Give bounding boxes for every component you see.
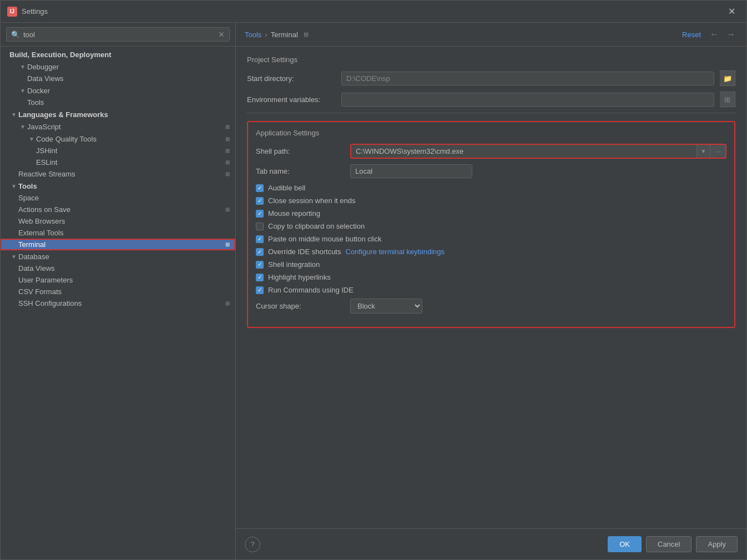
cursor-shape-label: Cursor shape: — [256, 302, 345, 310]
sidebar-item-label: ESLint — [36, 158, 223, 167]
sidebar-item-space[interactable]: Space — [1, 192, 235, 204]
run-commands-row: Run Commands using IDE — [256, 286, 726, 294]
mouse-reporting-checkbox[interactable] — [256, 210, 264, 218]
shell-path-row: Shell path: ▼ ··· — [256, 144, 726, 159]
sidebar-item-tools-docker[interactable]: Tools — [1, 97, 235, 108]
shell-path-label: Shell path: — [256, 147, 345, 155]
highlight-hyperlinks-row: Highlight hyperlinks — [256, 273, 726, 281]
shell-path-dropdown-button[interactable]: ▼ — [696, 145, 710, 158]
sidebar-item-docker[interactable]: ▼ Docker — [1, 84, 235, 97]
override-ide-checkbox[interactable] — [256, 248, 264, 256]
paste-middle-label: Paste on middle mouse button click — [268, 235, 382, 243]
arrow-icon: ▼ — [9, 252, 18, 261]
reset-button[interactable]: Reset — [679, 29, 704, 40]
run-commands-checkbox[interactable] — [256, 286, 264, 294]
arrow-icon: ▼ — [27, 134, 36, 143]
sidebar-item-lang-frameworks[interactable]: ▼ Languages & Frameworks — [1, 108, 235, 120]
audible-bell-label: Audible bell — [268, 184, 305, 192]
sidebar-item-data-views[interactable]: Data Views — [1, 73, 235, 84]
panel-header: Tools › Terminal ⊞ Reset ← → — [236, 23, 746, 47]
doc-icon: ⊞ — [225, 171, 230, 177]
cursor-shape-select[interactable]: Block Underline Vertical bar — [350, 299, 422, 314]
sidebar-item-csv-formats[interactable]: CSV Formats — [1, 286, 235, 297]
sidebar-item-label: Data Views — [27, 74, 230, 83]
help-button[interactable]: ? — [245, 537, 260, 552]
app-icon: IJ — [7, 7, 17, 17]
sidebar-item-ssh-configurations[interactable]: SSH Configurations ⊞ — [1, 297, 235, 309]
clear-search-button[interactable]: ✕ — [218, 30, 225, 39]
sidebar-item-label: User Parameters — [18, 276, 230, 284]
shell-integration-row: Shell integration — [256, 260, 726, 269]
ok-button[interactable]: OK — [608, 536, 642, 552]
mouse-reporting-row: Mouse reporting — [256, 209, 726, 218]
search-input[interactable] — [23, 31, 215, 39]
paste-middle-checkbox[interactable] — [256, 235, 264, 243]
sidebar-item-label: Database — [18, 253, 230, 261]
sidebar-item-terminal[interactable]: Terminal ⊞ — [1, 239, 235, 250]
run-commands-label: Run Commands using IDE — [268, 286, 354, 294]
env-variables-input[interactable] — [341, 93, 714, 107]
sidebar-item-label: External Tools — [18, 229, 230, 237]
sidebar-item-data-views-db[interactable]: Data Views — [1, 263, 235, 274]
right-panel: Tools › Terminal ⊞ Reset ← → Project Set… — [236, 23, 746, 559]
sidebar-item-database[interactable]: ▼ Database — [1, 250, 235, 263]
sidebar-item-tools[interactable]: ▼ Tools — [1, 180, 235, 192]
copy-clipboard-checkbox[interactable] — [256, 223, 264, 230]
sidebar-item-javascript[interactable]: ▼ JavaScript ⊞ — [1, 120, 235, 133]
arrow-icon: ▼ — [9, 110, 18, 119]
sidebar-item-actions-on-save[interactable]: Actions on Save ⊞ — [1, 204, 235, 215]
env-variables-label: Environment variables: — [247, 95, 336, 104]
sidebar-item-label: Space — [18, 194, 230, 202]
shell-path-wrapper: ▼ ··· — [350, 144, 726, 159]
application-settings-section: Application Settings Shell path: ▼ ··· T… — [247, 121, 735, 328]
nav-back-button[interactable]: ← — [708, 28, 721, 41]
doc-icon: ⊞ — [225, 124, 230, 130]
shell-integration-label: Shell integration — [268, 260, 320, 269]
close-button[interactable]: ✕ — [724, 4, 740, 19]
sidebar-tree: Build, Execution, Deployment ▼ Debugger … — [1, 47, 235, 559]
sidebar-item-label: Tools — [27, 98, 230, 107]
shell-integration-checkbox[interactable] — [256, 261, 264, 269]
shell-path-browse-button[interactable]: ··· — [710, 145, 725, 158]
doc-icon: ⊞ — [225, 206, 230, 213]
cancel-button[interactable]: Cancel — [646, 536, 692, 552]
audible-bell-checkbox[interactable] — [256, 184, 264, 192]
close-session-checkbox[interactable] — [256, 197, 264, 205]
bottom-bar: ? OK Cancel Apply — [236, 528, 746, 559]
sidebar-item-jshint[interactable]: JSHint ⊞ — [1, 145, 235, 157]
mouse-reporting-label: Mouse reporting — [268, 209, 320, 218]
override-ide-row: Override IDE shortcuts Configure termina… — [256, 248, 726, 256]
cursor-shape-wrapper: Block Underline Vertical bar — [350, 299, 422, 314]
arrow-icon: ▼ — [18, 62, 27, 71]
highlight-hyperlinks-checkbox[interactable] — [256, 274, 264, 281]
sidebar-item-label: SSH Configurations — [18, 299, 223, 307]
start-directory-label: Start directory: — [247, 74, 336, 83]
sidebar-item-external-tools[interactable]: External Tools — [1, 227, 235, 239]
project-settings-title: Project Settings — [247, 56, 735, 64]
sidebar-item-label: Docker — [27, 87, 230, 95]
nav-forward-button[interactable]: → — [724, 28, 738, 41]
sidebar-item-reactive-streams[interactable]: Reactive Streams ⊞ — [1, 168, 235, 180]
sidebar-item-label: Web Browsers — [18, 217, 230, 225]
sidebar-item-code-quality[interactable]: ▼ Code Quality Tools ⊞ — [1, 133, 235, 145]
close-session-row: Close session when it ends — [256, 196, 726, 205]
configure-keybindings-link[interactable]: Configure terminal keybindings — [346, 248, 445, 256]
breadcrumb-doc-icon: ⊞ — [304, 31, 309, 38]
tab-name-row: Tab name: — [256, 164, 726, 178]
sidebar-item-user-parameters[interactable]: User Parameters — [1, 274, 235, 286]
sidebar-item-debugger[interactable]: ▼ Debugger — [1, 60, 235, 73]
audible-bell-row: Audible bell — [256, 184, 726, 192]
env-variables-edit-button[interactable]: ⊞ — [720, 92, 735, 107]
sidebar-item-build-exec-deploy[interactable]: Build, Execution, Deployment — [1, 49, 235, 60]
tab-name-input[interactable] — [350, 164, 472, 178]
sidebar: 🔍 ✕ Build, Execution, Deployment ▼ Debug… — [1, 23, 236, 559]
breadcrumb-tools[interactable]: Tools — [245, 31, 261, 39]
shell-path-input[interactable] — [351, 145, 696, 158]
override-ide-label: Override IDE shortcuts — [268, 248, 341, 256]
start-directory-input[interactable] — [341, 72, 714, 85]
start-directory-browse-button[interactable]: 📁 — [720, 70, 735, 86]
apply-button[interactable]: Apply — [696, 536, 738, 552]
sidebar-item-eslint[interactable]: ESLint ⊞ — [1, 157, 235, 168]
sidebar-item-web-browsers[interactable]: Web Browsers — [1, 215, 235, 227]
tab-name-label: Tab name: — [256, 167, 345, 175]
